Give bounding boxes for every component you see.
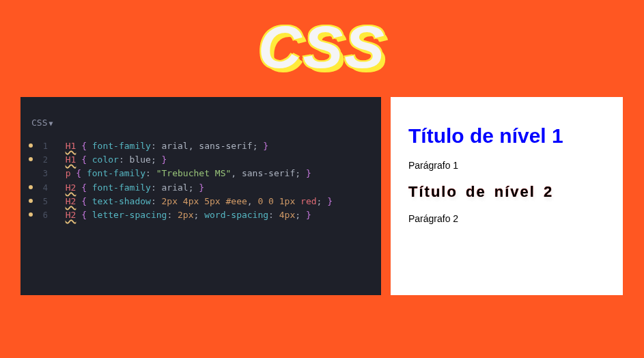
line-number: 4 — [40, 182, 48, 195]
line-number: 2 — [40, 154, 48, 167]
code-line[interactable]: 5 H2 { text-shadow: 2px 4px 5px #eee, 0 … — [29, 195, 381, 208]
code-text: H2 { text-shadow: 2px 4px 5px #eee, 0 0 … — [55, 195, 333, 208]
preview-p2: Parágrafo 2 — [408, 213, 605, 224]
code-line[interactable]: 4 H2 { font-family: arial; } — [29, 181, 381, 195]
editor-lang-label: CSS — [31, 118, 47, 128]
lint-dot-icon — [29, 212, 33, 217]
code-text: H2 { font-family: arial; } — [55, 181, 204, 195]
code-editor[interactable]: CSS▼ 1 H1 { font-family: arial, sans-ser… — [20, 97, 381, 295]
line-number: 3 — [40, 167, 48, 180]
code-text: p { font-family: "Trebuchet MS", sans-se… — [55, 167, 311, 180]
lint-dot-icon — [29, 199, 33, 203]
page-title: CSS — [258, 12, 386, 82]
code-text: H2 { letter-spacing: 2px; word-spacing: … — [55, 208, 311, 222]
content-row: CSS▼ 1 H1 { font-family: arial, sans-ser… — [0, 97, 644, 295]
page-header: CSS — [0, 0, 644, 97]
line-number: 1 — [40, 140, 48, 153]
lint-dot-icon — [29, 185, 33, 189]
code-text: H1 { font-family: arial, sans-serif; } — [55, 139, 268, 153]
code-line[interactable]: 1 H1 { font-family: arial, sans-serif; } — [29, 139, 381, 153]
line-number: 6 — [40, 209, 48, 222]
code-lines[interactable]: 1 H1 { font-family: arial, sans-serif; }… — [20, 139, 381, 222]
chevron-down-icon: ▼ — [48, 120, 53, 127]
editor-lang-dropdown[interactable]: CSS▼ — [20, 116, 381, 139]
preview-h1: Título de nível 1 — [408, 124, 605, 148]
preview-p1: Parágrafo 1 — [408, 160, 605, 171]
code-line[interactable]: 6 H2 { letter-spacing: 2px; word-spacing… — [29, 208, 381, 222]
code-line[interactable]: 2 H1 { color: blue; } — [29, 153, 381, 167]
lint-dot-icon — [29, 157, 33, 161]
preview-h2: Título de nível 2 — [408, 183, 605, 201]
preview-pane: Título de nível 1 Parágrafo 1 Título de … — [391, 97, 623, 295]
code-line[interactable]: 3 p { font-family: "Trebuchet MS", sans-… — [29, 167, 381, 180]
line-number: 5 — [40, 195, 48, 208]
lint-dot-icon — [29, 143, 33, 148]
code-text: H1 { color: blue; } — [55, 153, 167, 167]
